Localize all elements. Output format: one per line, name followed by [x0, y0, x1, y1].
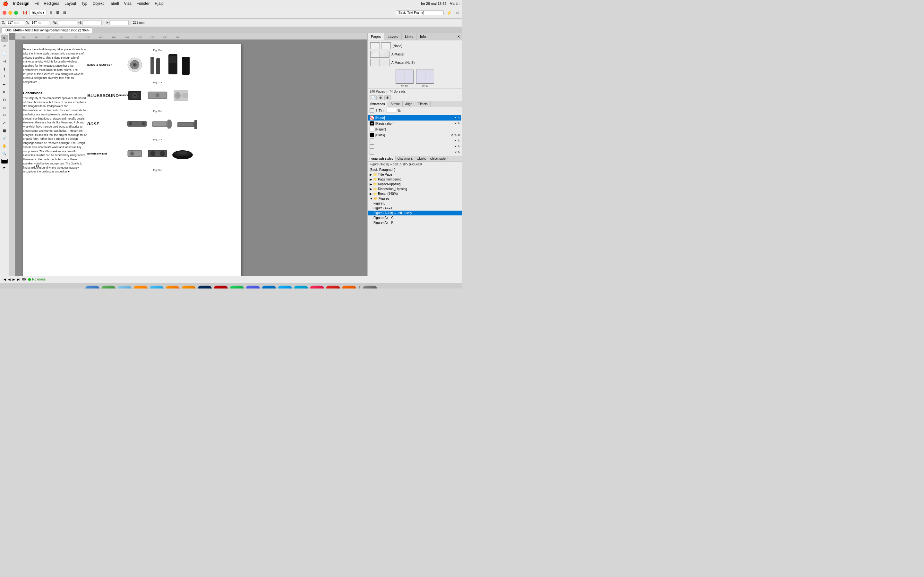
- style-figure-a-c[interactable]: Figure (A) – C: [368, 215, 462, 220]
- swatch-c3-delete[interactable]: ✕: [454, 151, 457, 154]
- tint-field[interactable]: [387, 108, 396, 113]
- swap-colors[interactable]: ⇌: [1, 164, 8, 171]
- zoom-chevron[interactable]: ▾: [43, 11, 45, 15]
- style-figure-a-l[interactable]: Figure (A) – L: [368, 206, 462, 211]
- swatch-c1-edit[interactable]: ✎: [457, 139, 460, 142]
- menu-tabell[interactable]: Tabell: [109, 1, 119, 6]
- tab-links[interactable]: Links: [402, 33, 417, 40]
- swatch-registration[interactable]: ⊕ [Registration] ✕ ✎: [368, 121, 461, 126]
- style-figure-a-r[interactable]: Figure (A) – R: [368, 220, 462, 225]
- menu-layout[interactable]: Layout: [65, 1, 76, 6]
- tab-effects[interactable]: Effects: [415, 101, 430, 107]
- swatch-custom2[interactable]: ✕ ✎: [368, 143, 461, 149]
- rotation-field[interactable]: [110, 20, 129, 25]
- new-page-btn[interactable]: 📄: [370, 95, 376, 100]
- next-page-btn[interactable]: ▶: [13, 277, 15, 281]
- pencil-tool[interactable]: ✏: [1, 89, 8, 95]
- last-page-btn[interactable]: ▶|: [17, 277, 21, 281]
- tab-info[interactable]: Info: [417, 33, 429, 40]
- rect-frame-tool[interactable]: ⊡: [1, 96, 8, 103]
- tab-swatches[interactable]: Swatches: [368, 101, 388, 107]
- dock-spotify[interactable]: 🎵: [230, 285, 244, 289]
- tab-layers[interactable]: Layers: [384, 33, 402, 40]
- swatch-reg-edit[interactable]: ✎: [457, 122, 460, 125]
- canvas-area[interactable]: 20 40 60 80 100 120 140 160 180 200 220 …: [9, 33, 367, 276]
- hand-tool[interactable]: ✋: [1, 142, 8, 149]
- swatch-none-delete[interactable]: ✕: [454, 116, 457, 119]
- delete-page-btn[interactable]: 🗑: [384, 95, 391, 100]
- dock-trash[interactable]: 🗑: [363, 285, 377, 289]
- spread-6465[interactable]: 64-65: [396, 69, 414, 87]
- dock-lastfm[interactable]: 🔴: [326, 285, 340, 289]
- dock-notes[interactable]: ✏️: [166, 285, 180, 289]
- tab-glyphs[interactable]: Glyphs: [415, 156, 428, 161]
- dock-indesign[interactable]: Id: [214, 285, 228, 289]
- dock-files[interactable]: 📁: [118, 285, 132, 289]
- style-folder-disposition[interactable]: ▶ 📁 Disposition_Uppslag: [368, 187, 462, 191]
- menu-fil[interactable]: Fil: [35, 1, 39, 6]
- tab-char-styles[interactable]: Character S: [396, 156, 415, 161]
- eyedropper-tool[interactable]: 💉: [1, 135, 8, 142]
- style-folder-kapitel[interactable]: ▶ 📁 Kapitel-Uppslag: [368, 182, 462, 187]
- page-tool[interactable]: 📄: [1, 50, 8, 57]
- spread-6667[interactable]: 66-67: [416, 69, 434, 87]
- select-tool[interactable]: ↖: [1, 35, 8, 42]
- scissors-tool[interactable]: ✂: [1, 111, 8, 119]
- dock-calendar[interactable]: 📅: [86, 285, 99, 289]
- type-tool[interactable]: T: [1, 65, 8, 73]
- style-folder-figures[interactable]: ▼ 📂 Figures: [368, 196, 462, 201]
- apple-menu[interactable]: 🍎: [3, 1, 8, 6]
- swatch-black-extra[interactable]: ⊕: [457, 133, 460, 137]
- menu-redigera[interactable]: Redigera: [44, 1, 59, 6]
- gradient-tool[interactable]: ▦: [1, 127, 8, 134]
- dock-skype[interactable]: S: [278, 285, 292, 289]
- pen-tool[interactable]: ✒: [1, 81, 8, 88]
- style-folder-title-page[interactable]: ▶ 📁 Title Page: [368, 172, 462, 177]
- view-mode-btn3[interactable]: ⊟: [62, 10, 67, 15]
- swatch-none-edit[interactable]: ✎: [457, 116, 460, 119]
- menu-typ[interactable]: Typ: [81, 1, 87, 6]
- zoom-control[interactable]: 96,4% ▾: [29, 10, 47, 15]
- style-figure-a1st-lj[interactable]: Figure (A-1st) – Left Justify: [368, 211, 462, 215]
- maximize-button[interactable]: [14, 11, 18, 15]
- swatch-black-edit[interactable]: ✎: [454, 133, 457, 137]
- view-mode-btn2[interactable]: ☰: [55, 10, 61, 15]
- tab-pages[interactable]: Pages: [368, 33, 384, 40]
- menu-fonster[interactable]: Fönster: [137, 1, 150, 6]
- menu-indesign[interactable]: InDesign: [13, 1, 29, 6]
- frame-style-field[interactable]: [Basic Text Frame]: [396, 10, 444, 15]
- tab-obj-styles[interactable]: Object Style: [428, 156, 448, 161]
- dock-browser[interactable]: 🌐: [134, 285, 148, 289]
- swatch-c3-edit[interactable]: ✎: [457, 151, 460, 154]
- w-field[interactable]: [58, 20, 78, 25]
- close-button[interactable]: [3, 11, 6, 15]
- free-transform-tool[interactable]: ⤢: [1, 119, 8, 126]
- prev-page-btn[interactable]: ◀: [8, 277, 11, 281]
- dock-teams[interactable]: 🔵: [262, 285, 276, 289]
- view-mode-btn1[interactable]: ⊞: [48, 10, 53, 15]
- style-figure-l[interactable]: Figure L: [368, 201, 462, 206]
- direct-select-tool[interactable]: ↗: [1, 42, 8, 49]
- menu-hjalp[interactable]: Hjälp: [155, 1, 163, 6]
- tab-align[interactable]: Align: [403, 101, 415, 107]
- swatch-custom1[interactable]: ✕ ✎: [368, 138, 461, 143]
- dock-zoom[interactable]: 🔵: [294, 285, 308, 289]
- style-folder-page-numbering[interactable]: ▶ 📁 Page numbering: [368, 177, 462, 182]
- dock-mail[interactable]: ✉: [150, 285, 164, 289]
- dock-messages[interactable]: 💬: [246, 285, 260, 289]
- style-basic-paragraph[interactable]: [Basic Paragraph]: [368, 167, 462, 172]
- swatch-c1-delete[interactable]: ✕: [454, 139, 457, 142]
- style-folder-bread[interactable]: ▶ 📁 Bread (140%): [368, 191, 462, 196]
- line-tool[interactable]: /: [1, 73, 8, 80]
- swatch-custom3[interactable]: ✕ ✎: [368, 149, 461, 155]
- swatch-c2-edit[interactable]: ✎: [457, 145, 460, 148]
- first-page-btn[interactable]: |◀: [3, 277, 6, 281]
- dock-finder[interactable]: 🐘: [102, 285, 115, 289]
- new-master-btn[interactable]: ⊕: [378, 95, 383, 100]
- dock-photoshop[interactable]: Ps: [198, 285, 212, 289]
- dock-illustrator[interactable]: Ai: [182, 285, 196, 289]
- swatch-paper[interactable]: [Paper]: [368, 126, 461, 132]
- swatch-black-delete[interactable]: ✕: [451, 133, 454, 137]
- lightning-btn[interactable]: ⚡: [445, 10, 453, 16]
- menu-visa[interactable]: Visa: [124, 1, 131, 6]
